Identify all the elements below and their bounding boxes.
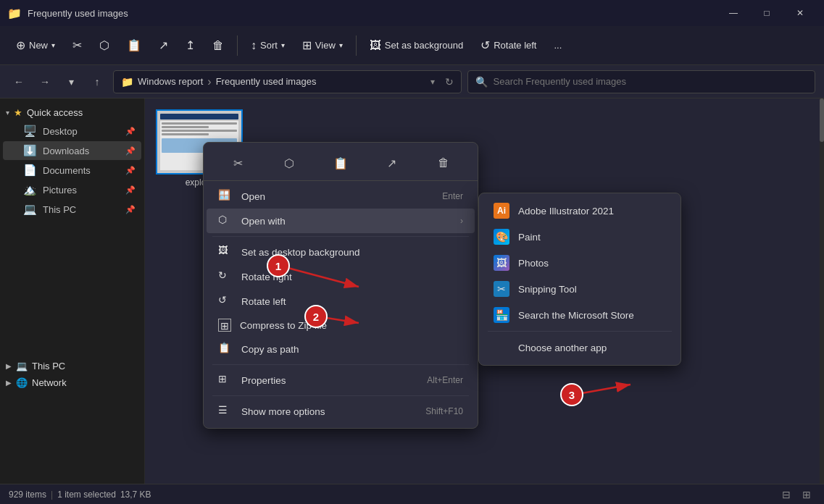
- quick-access-label: Quick access: [27, 107, 83, 118]
- status-selection: 1 item selected: [57, 490, 116, 500]
- quick-access-chevron-icon: ▾: [6, 109, 9, 117]
- ctx-properties-label: Properties: [241, 375, 286, 386]
- view-button[interactable]: ⊞ View ▾: [295, 35, 350, 56]
- address-folder-icon: 📁: [121, 76, 133, 88]
- sidebar-item-thispc[interactable]: 💻 This PC 📌: [3, 200, 141, 219]
- ctx-delete-button[interactable]: 🗑: [432, 151, 455, 175]
- network-section-header[interactable]: ▶ 🌐 Network: [0, 374, 144, 391]
- sidebar-pictures-label: Pictures: [43, 185, 77, 196]
- store-icon: 🏪: [494, 307, 509, 323]
- submenu-item-store[interactable]: 🏪 Search the Microsoft Store: [482, 302, 678, 328]
- this-pc-section-header[interactable]: ▶ 💻 This PC: [0, 358, 144, 374]
- status-size: 13,7 KB: [120, 490, 151, 500]
- submenu: Ai Adobe Illustrator 2021 🎨 Paint 🖼 Phot…: [478, 193, 681, 366]
- rotate-left-button[interactable]: ↺ Rotate left: [473, 35, 544, 56]
- new-chevron-icon: ▾: [51, 41, 55, 49]
- address-separator: ›: [207, 75, 211, 88]
- sidebar-thispc-label: This PC: [43, 204, 76, 215]
- annotation-1: 1: [267, 254, 290, 277]
- delete-button[interactable]: 🗑: [205, 35, 231, 56]
- sidebar-documents-label: Documents: [43, 165, 91, 176]
- sidebar-item-pictures[interactable]: 🏔️ Pictures 📌: [3, 180, 141, 199]
- ctx-item-rotate-right[interactable]: ↻ Rotate right: [207, 264, 475, 289]
- status-divider-1: |: [51, 490, 53, 500]
- submenu-ai-label: Adobe Illustrator 2021: [518, 206, 614, 217]
- sidebar-item-documents[interactable]: 📄 Documents 📌: [3, 161, 141, 180]
- ctx-item-properties[interactable]: ⊞ Properties Alt+Enter: [207, 368, 475, 392]
- minimize-button[interactable]: —: [717, 0, 750, 26]
- sidebar-desktop-label: Desktop: [43, 126, 78, 137]
- address-refresh-icon[interactable]: ↻: [445, 76, 454, 88]
- share-button[interactable]: ↥: [178, 35, 202, 56]
- new-button[interactable]: ⊕ New ▾: [9, 35, 62, 56]
- ctx-item-copy-path[interactable]: 📋 Copy as path: [207, 337, 475, 361]
- ctx-item-openwith[interactable]: ⬡ Open with ›: [207, 209, 475, 233]
- ctx-copy-button[interactable]: ⬡: [278, 151, 301, 175]
- more-options-label: ...: [554, 40, 562, 51]
- scrollbar-thumb[interactable]: [820, 98, 824, 142]
- pictures-pin-icon: 📌: [125, 185, 136, 195]
- rotate-left-label: Rotate left: [494, 40, 536, 51]
- documents-pin-icon: 📌: [125, 166, 136, 175]
- rename-button[interactable]: ↗: [151, 35, 175, 56]
- delete-icon: 🗑: [212, 39, 224, 52]
- cut-button[interactable]: ✂: [65, 35, 89, 56]
- ctx-item-rotate-left[interactable]: ↺ Rotate left: [207, 289, 475, 314]
- close-button[interactable]: ✕: [783, 0, 817, 26]
- more-options-button[interactable]: ...: [546, 36, 569, 54]
- status-item-count: 929 items: [9, 490, 46, 500]
- ctx-item-set-background[interactable]: 🖼 Set as desktop background: [207, 240, 475, 264]
- view-details-button[interactable]: ⊟: [778, 487, 795, 503]
- downloads-pin-icon: 📌: [125, 146, 136, 156]
- submenu-item-ai[interactable]: Ai Adobe Illustrator 2021: [482, 198, 678, 224]
- submenu-item-snipping[interactable]: ✂ Snipping Tool: [482, 276, 678, 302]
- ctx-properties-icon: ⊞: [218, 373, 233, 387]
- quick-access-star-icon: ★: [14, 107, 22, 118]
- ctx-paste-button[interactable]: 📋: [329, 151, 352, 175]
- scrollbar-track[interactable]: [820, 98, 824, 484]
- desktop-pin-icon: 📌: [125, 127, 136, 136]
- submenu-divider: [488, 331, 672, 332]
- maximize-button[interactable]: □: [750, 0, 783, 26]
- view-icon: ⊞: [302, 38, 312, 52]
- back-button[interactable]: ←: [9, 72, 29, 92]
- paste-button[interactable]: 📋: [120, 35, 149, 56]
- new-label: New: [29, 40, 48, 51]
- ctx-item-open[interactable]: 🪟 Open Enter: [207, 184, 475, 209]
- quick-access-header[interactable]: ▾ ★ Quick access: [0, 104, 144, 121]
- submenu-photos-label: Photos: [518, 258, 549, 269]
- up-button[interactable]: ↑: [87, 72, 107, 92]
- ctx-open-label: Open: [241, 191, 265, 202]
- forward-button[interactable]: →: [35, 72, 55, 92]
- sort-button[interactable]: ↕ Sort ▾: [244, 35, 292, 56]
- search-box[interactable]: 🔍: [467, 70, 816, 93]
- ctx-item-compress[interactable]: ⊞ Compress to Zip file: [207, 314, 475, 337]
- content-area[interactable]: explo... 1 2 3: [145, 98, 824, 484]
- search-input[interactable]: [494, 76, 808, 87]
- ctx-setbg-label: Set as desktop background: [241, 247, 360, 258]
- thispc-icon: 💻: [23, 203, 37, 216]
- view-large-icons-button[interactable]: ⊞: [798, 487, 815, 503]
- submenu-paint-label: Paint: [518, 232, 541, 243]
- annotation-1-label: 1: [275, 260, 281, 272]
- recent-button[interactable]: ▾: [61, 72, 81, 92]
- address-chevron-icon: ▾: [430, 77, 435, 87]
- submenu-item-photos[interactable]: 🖼 Photos: [482, 250, 678, 276]
- thispc-pin-icon: 📌: [125, 205, 136, 214]
- ctx-setbg-icon: 🖼: [218, 245, 233, 259]
- copy-button[interactable]: ⬡: [92, 35, 117, 56]
- thispc-chevron-icon: ▶: [6, 362, 12, 370]
- sidebar-item-desktop[interactable]: 🖥️ Desktop 📌: [3, 122, 141, 140]
- choose-app-icon: [494, 340, 509, 356]
- submenu-item-choose-app[interactable]: Choose another app: [482, 335, 678, 361]
- set-background-button[interactable]: 🖼 Set as background: [362, 35, 470, 56]
- new-icon: ⊕: [16, 38, 25, 52]
- context-menu: ✂ ⬡ 📋 ↗ 🗑 🪟 Open Enter ⬡ Open with ›: [203, 142, 478, 429]
- submenu-item-paint[interactable]: 🎨 Paint: [482, 224, 678, 250]
- address-box[interactable]: 📁 Windows report › Frequently used image…: [113, 70, 462, 93]
- ctx-rename-button[interactable]: ↗: [380, 151, 404, 175]
- ctx-cut-button[interactable]: ✂: [226, 151, 249, 175]
- sidebar-item-downloads[interactable]: ⬇️ Downloads 📌: [3, 141, 141, 160]
- ctx-item-more-options[interactable]: ☰ Show more options Shift+F10: [207, 399, 475, 424]
- address-breadcrumb-part1: Windows report: [138, 76, 203, 87]
